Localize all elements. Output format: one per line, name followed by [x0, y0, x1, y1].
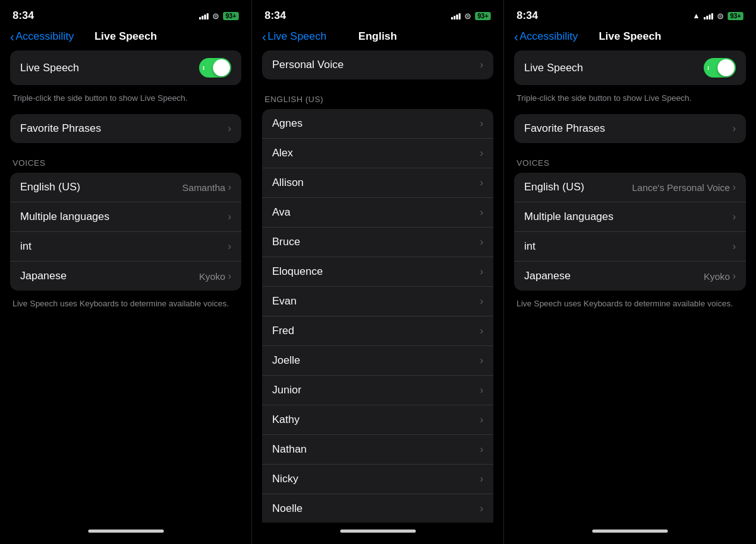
chevron-bruce: › — [480, 236, 483, 248]
chevron-nicky: › — [480, 473, 483, 485]
chevron-favorites-3: › — [733, 123, 736, 134]
voice-noelle[interactable]: Noelle › — [262, 494, 493, 523]
voice-english-us-value-3: Lance's Personal Voice — [632, 182, 730, 193]
toggle-label-1: Live Speech — [20, 62, 79, 74]
back-chevron-1: ‹ — [10, 30, 14, 43]
chevron-japanese-3: › — [733, 270, 736, 282]
content-2: Personal Voice › ENGLISH (US) Agnes › Al… — [252, 50, 503, 523]
voice-eloquence[interactable]: Eloquence › — [262, 257, 493, 286]
chevron-alex: › — [480, 148, 483, 159]
toggle-label-3: Live Speech — [524, 62, 583, 74]
chevron-multi-3: › — [733, 211, 736, 223]
chevron-agnes: › — [480, 118, 483, 129]
voice-japanese-3[interactable]: Japanese Kyoko › — [514, 261, 746, 291]
voice-japanese-value-3: Kyoko — [704, 271, 730, 282]
back-chevron-2: ‹ — [262, 30, 266, 43]
voice-japanese-1[interactable]: Japanese Kyoko › — [10, 261, 241, 291]
voice-evan-label: Evan — [272, 295, 297, 308]
nav-title-2: English — [358, 30, 397, 43]
voice-ava[interactable]: Ava › — [262, 197, 493, 227]
home-bar-3 — [592, 530, 668, 533]
voice-int-label-1: int — [20, 240, 32, 253]
voice-int-1[interactable]: int › — [10, 231, 241, 261]
personal-voice-group: Personal Voice › — [262, 50, 493, 79]
voice-junior[interactable]: Junior › — [262, 375, 493, 405]
location-icon: ▲ — [692, 11, 700, 20]
chevron-noelle: › — [480, 503, 483, 514]
voice-allison[interactable]: Allison › — [262, 168, 493, 197]
back-chevron-3: ‹ — [514, 30, 518, 43]
voice-joelle[interactable]: Joelle › — [262, 345, 493, 375]
chevron-eloquence: › — [480, 266, 483, 277]
voice-int-3[interactable]: int › — [514, 231, 746, 261]
chevron-int-3: › — [733, 241, 736, 252]
live-speech-toggle-row-3: Live Speech I — [514, 50, 746, 85]
chevron-japanese-1: › — [228, 270, 231, 282]
back-label-1: Accessibility — [16, 30, 74, 43]
signal-bar-9 — [704, 17, 706, 20]
nav-bar-1: ‹ Accessibility Live Speech — [0, 28, 251, 50]
live-speech-toggle[interactable]: I — [199, 58, 231, 78]
wifi-icon-2: ⊜ — [464, 11, 471, 21]
nav-title-1: Live Speech — [94, 30, 157, 43]
home-bar-2 — [340, 530, 416, 533]
voice-nicky-label: Nicky — [272, 473, 299, 485]
chevron-ava: › — [480, 207, 483, 218]
signal-bar-1 — [199, 17, 201, 20]
toggle-knob-3 — [718, 59, 735, 76]
toggle-on-text: I — [203, 65, 205, 71]
status-bar-3: 8:34 ▲ ⊜ 93+ — [504, 0, 756, 28]
voice-bruce-label: Bruce — [272, 236, 300, 248]
chevron-favorites-1: › — [228, 123, 231, 134]
battery-badge-2: 93+ — [475, 12, 491, 20]
voice-kathy[interactable]: Kathy › — [262, 405, 493, 434]
toggle-hint-1: Triple-click the side button to show Liv… — [10, 90, 241, 114]
nav-bar-3: ‹ Accessibility Live Speech — [504, 28, 756, 50]
voice-alex[interactable]: Alex › — [262, 138, 493, 168]
panel-1: 8:34 ⊜ 93+ ‹ Accessibility Live Speech L… — [0, 0, 252, 544]
favorite-phrases-label-1: Favorite Phrases — [20, 122, 101, 135]
nav-title-3: Live Speech — [598, 30, 661, 43]
voice-multi-lang-3[interactable]: Multiple languages › — [514, 202, 746, 231]
voice-multi-lang-label-1: Multiple languages — [20, 211, 110, 223]
voices-footer-1: Live Speech uses Keyboards to determine … — [10, 296, 241, 320]
voice-alex-label: Alex — [272, 147, 293, 159]
chevron-junior: › — [480, 385, 483, 396]
chevron-nathan: › — [480, 444, 483, 455]
favorite-phrases-item-1[interactable]: Favorite Phrases › — [10, 114, 241, 143]
voice-agnes[interactable]: Agnes › — [262, 109, 493, 138]
personal-voice-item[interactable]: Personal Voice › — [262, 50, 493, 79]
voice-evan[interactable]: Evan › — [262, 286, 493, 316]
signal-icon-1 — [199, 12, 209, 20]
voice-fred-label: Fred — [272, 325, 294, 337]
signal-icon-2 — [451, 12, 461, 20]
voice-fred[interactable]: Fred › — [262, 316, 493, 345]
voice-japanese-right-3: Kyoko › — [704, 270, 736, 282]
status-time-1: 8:34 — [13, 9, 34, 22]
voice-nicky[interactable]: Nicky › — [262, 464, 493, 494]
chevron-fred: › — [480, 325, 483, 337]
status-time-2: 8:34 — [265, 9, 286, 22]
voice-english-us-right-1: Samantha › — [182, 182, 231, 193]
content-3: Live Speech I Triple-click the side butt… — [504, 50, 756, 523]
voice-english-us-1[interactable]: English (US) Samantha › — [10, 173, 241, 202]
back-label-2: Live Speech — [268, 30, 327, 43]
voice-bruce[interactable]: Bruce › — [262, 227, 493, 257]
favorite-phrases-item-3[interactable]: Favorite Phrases › — [514, 114, 746, 143]
back-button-1[interactable]: ‹ Accessibility — [10, 30, 74, 43]
back-button-3[interactable]: ‹ Accessibility — [514, 30, 578, 43]
voice-multi-lang-1[interactable]: Multiple languages › — [10, 202, 241, 231]
back-button-2[interactable]: ‹ Live Speech — [262, 30, 326, 43]
chevron-personal-voice: › — [480, 59, 483, 71]
voice-ava-label: Ava — [272, 206, 290, 219]
signal-bar-3 — [204, 14, 206, 20]
voice-english-us-3[interactable]: English (US) Lance's Personal Voice › — [514, 173, 746, 202]
signal-bar-4 — [207, 13, 209, 20]
status-time-3: 8:34 — [517, 9, 538, 22]
wifi-icon-1: ⊜ — [212, 11, 219, 21]
home-indicator-1 — [0, 523, 251, 544]
battery-badge-3: 93+ — [728, 12, 743, 20]
voices-header-1: VOICES — [10, 148, 241, 173]
voice-nathan[interactable]: Nathan › — [262, 434, 493, 464]
live-speech-toggle-3[interactable]: I — [704, 58, 736, 78]
